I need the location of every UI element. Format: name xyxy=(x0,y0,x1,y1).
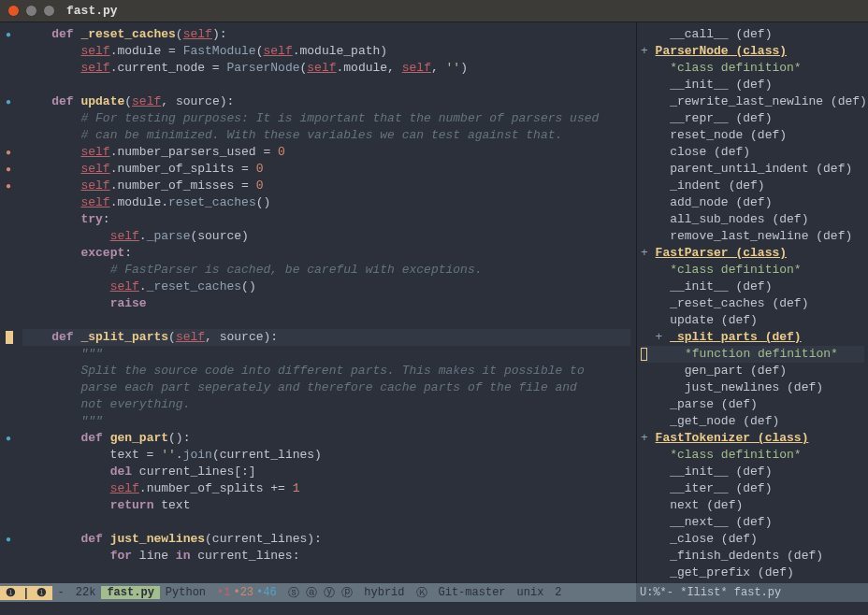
outline-item[interactable]: *class definition* xyxy=(641,262,864,279)
gutter-mark: ● xyxy=(0,93,17,110)
status-file[interactable]: fast.py xyxy=(101,586,159,599)
outline-item[interactable]: + ParserNode (class) xyxy=(641,43,864,60)
gutter-mark xyxy=(0,127,17,144)
outline-item[interactable]: _indent (def) xyxy=(641,178,864,194)
status-enc: unix xyxy=(512,586,550,599)
minimize-icon[interactable] xyxy=(25,5,37,17)
code-line[interactable]: def update(self, source): xyxy=(22,93,630,110)
status-mode[interactable]: Python xyxy=(160,586,211,599)
outline-item[interactable]: _close (def) xyxy=(641,531,864,548)
gutter-mark xyxy=(0,329,17,346)
outline-item[interactable]: close (def) xyxy=(641,144,864,161)
main-area: ●●●●●●● def _reset_caches(self): self.mo… xyxy=(0,22,868,583)
gutter-mark xyxy=(0,363,17,379)
code-line[interactable]: self.number_of_misses = 0 xyxy=(22,178,630,194)
titlebar: fast.py xyxy=(0,0,868,22)
code-line[interactable] xyxy=(22,514,630,531)
code-line[interactable]: for line in current_lines: xyxy=(22,548,630,565)
status-git[interactable]: Git-master xyxy=(433,586,512,599)
code-line[interactable]: # FastParser is cached, be careful with … xyxy=(22,262,630,279)
status-right-text: U:%*- *Ilist* fast.py xyxy=(640,586,781,599)
status-size: 22k xyxy=(70,586,102,599)
outline-item[interactable]: __call__ (def) xyxy=(641,26,864,43)
code-line[interactable]: def _split_parts(self, source): xyxy=(22,329,630,346)
code-line[interactable]: self.number_of_splits += 1 xyxy=(22,480,630,497)
code-line[interactable]: def gen_part(): xyxy=(22,430,630,447)
gutter-mark xyxy=(0,548,17,565)
outline-item[interactable]: __repr__ (def) xyxy=(641,110,864,127)
code-line[interactable]: self.module.reset_caches() xyxy=(22,194,630,211)
code-line[interactable]: not everything. xyxy=(22,396,630,413)
outline-item[interactable]: __init__ (def) xyxy=(641,464,864,480)
outline-item[interactable]: _rewrite_last_newline (def) xyxy=(641,93,864,110)
window-controls xyxy=(7,5,55,17)
outline-item[interactable]: *class definition* xyxy=(641,447,864,464)
gutter-mark xyxy=(0,396,17,413)
code-line[interactable] xyxy=(22,312,630,329)
code-line[interactable]: # can be minimized. With these variables… xyxy=(22,127,630,144)
outline-item[interactable]: update (def) xyxy=(641,312,864,329)
code-line[interactable]: return text xyxy=(22,497,630,514)
code-line[interactable]: parse each part seperately and therefore… xyxy=(22,379,630,396)
code-line[interactable]: self.number_parsers_used = 0 xyxy=(22,144,630,161)
outline-item[interactable]: gen_part (def) xyxy=(641,363,864,379)
close-icon[interactable] xyxy=(7,5,20,17)
minibuffer[interactable] xyxy=(0,602,868,615)
outline-item[interactable]: _get_node (def) xyxy=(641,413,864,430)
code-line[interactable]: self.module = FastModule(self.module_pat… xyxy=(22,43,630,60)
outline-item[interactable]: _get_prefix (def) xyxy=(641,565,864,581)
outline-item[interactable]: reset_node (def) xyxy=(641,127,864,144)
gutter-mark xyxy=(0,447,17,464)
code-line[interactable] xyxy=(22,77,630,93)
code-line[interactable]: text = ''.join(current_lines) xyxy=(22,447,630,464)
status-k: Ⓚ xyxy=(411,585,433,601)
outline-item[interactable]: __init__ (def) xyxy=(641,279,864,295)
gutter-mark xyxy=(0,194,17,211)
code-line[interactable]: self.number_of_splits = 0 xyxy=(22,161,630,178)
status-warn[interactable]: ❶ | ❶ xyxy=(0,586,52,600)
outline-item[interactable]: + FastTokenizer (class) xyxy=(641,430,864,447)
outline-item[interactable]: parent_until_indent (def) xyxy=(641,161,864,178)
outline-item[interactable]: _parse (def) xyxy=(641,396,864,413)
code-line[interactable]: self._reset_caches() xyxy=(22,279,630,295)
outline-item[interactable]: + FastParser (class) xyxy=(641,245,864,262)
statusbar-left: ❶ | ❶ - 22k fast.py Python •1 •23 •46 ⓢ … xyxy=(0,583,636,602)
gutter-mark xyxy=(0,60,17,77)
code-line[interactable]: Split the source code into different par… xyxy=(22,363,630,379)
status-hybrid: hybrid xyxy=(358,586,410,599)
status-flags: ⓢ ⓐ ⓨ ⓟ xyxy=(282,585,359,601)
outline-sidebar[interactable]: __call__ (def)+ ParserNode (class) *clas… xyxy=(636,22,868,583)
gutter-mark: ● xyxy=(0,430,17,447)
code-line[interactable]: raise xyxy=(22,295,630,312)
gutter-mark xyxy=(0,279,17,295)
code-line[interactable]: # For testing purposes: It is important … xyxy=(22,110,630,127)
outline-item[interactable]: __next__ (def) xyxy=(641,514,864,531)
code-line[interactable]: def _reset_caches(self): xyxy=(22,26,630,43)
window-title: fast.py xyxy=(66,4,118,18)
code-line[interactable]: except: xyxy=(22,245,630,262)
code-line[interactable]: try: xyxy=(22,211,630,228)
outline-item[interactable]: remove_last_newline (def) xyxy=(641,228,864,245)
outline-item[interactable]: + _split_parts (def) xyxy=(641,329,864,346)
code-line[interactable]: """ xyxy=(22,413,630,430)
outline-item[interactable]: _finish_dedents (def) xyxy=(641,548,864,565)
outline-item[interactable]: __init__ (def) xyxy=(641,77,864,93)
code-line[interactable]: """ xyxy=(22,346,630,363)
outline-item[interactable]: _reset_caches (def) xyxy=(641,295,864,312)
statusbar-right: U:%*- *Ilist* fast.py xyxy=(636,583,868,602)
outline-item[interactable]: *function definition* xyxy=(641,346,864,363)
outline-item[interactable]: __iter__ (def) xyxy=(641,480,864,497)
code-line[interactable]: del current_lines[:] xyxy=(22,464,630,480)
outline-item[interactable]: all_sub_nodes (def) xyxy=(641,211,864,228)
maximize-icon[interactable] xyxy=(43,5,55,17)
outline-item[interactable]: add_node (def) xyxy=(641,194,864,211)
code-line[interactable]: def just_newlines(current_lines): xyxy=(22,531,630,548)
outline-item[interactable]: next (def) xyxy=(641,497,864,514)
outline-item[interactable]: *class definition* xyxy=(641,60,864,77)
gutter-mark xyxy=(0,379,17,396)
outline-item[interactable]: just_newlines (def) xyxy=(641,379,864,396)
code-line[interactable]: self._parse(source) xyxy=(22,228,630,245)
code-editor[interactable]: def _reset_caches(self): self.module = F… xyxy=(17,22,636,583)
code-line[interactable]: self.current_node = ParserNode(self.modu… xyxy=(22,60,630,77)
status-dash: - xyxy=(52,586,70,599)
